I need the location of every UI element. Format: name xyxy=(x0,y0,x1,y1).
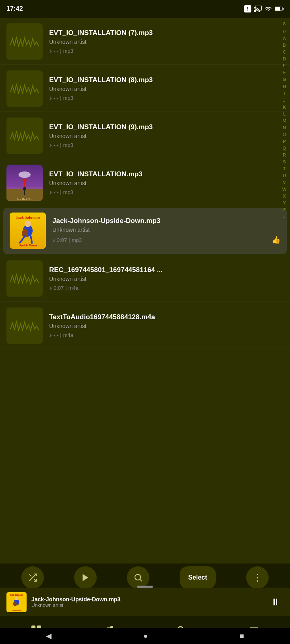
alpha-T[interactable]: T xyxy=(279,165,290,172)
song-meta: ♪ -:- | mp3 xyxy=(49,95,284,101)
list-item[interactable]: EVT_IO_INSTALLATION (7).mp3 Unknown arti… xyxy=(0,19,290,65)
alpha-L[interactable]: L xyxy=(279,111,290,118)
mini-player-info: Jack-Johnson-Upside-Down.mp3 Unknown art… xyxy=(31,596,267,608)
wifi-icon xyxy=(264,6,272,12)
song-meta: ♪ -:- | mp3 xyxy=(49,47,284,54)
svg-point-21 xyxy=(135,574,141,580)
svg-point-9 xyxy=(23,187,26,190)
jack-johnson-art: Jack Johnson Upside Down xyxy=(10,213,46,249)
alpha-Z[interactable]: Z xyxy=(279,206,290,213)
svg-marker-20 xyxy=(83,574,88,581)
mini-player-artist: Unknown artist xyxy=(31,603,267,608)
recents-button[interactable]: ■ xyxy=(240,632,244,640)
song-thumbnail xyxy=(6,118,43,154)
cast-icon xyxy=(254,6,262,12)
svg-line-22 xyxy=(140,579,142,581)
alpha-C[interactable]: C xyxy=(279,49,290,56)
more-icon: ⋮ xyxy=(253,572,262,583)
list-item[interactable]: TextToAudio1697445884128.m4a Unknown art… xyxy=(0,303,290,349)
alpha-K[interactable]: K xyxy=(279,104,290,111)
alpha-hash[interactable]: # xyxy=(279,213,290,220)
alpha-B[interactable]: B xyxy=(279,42,290,49)
back-button[interactable]: ◀ xyxy=(46,632,52,640)
pause-button[interactable]: ⏸ xyxy=(267,594,284,610)
waveform-icon xyxy=(8,315,41,337)
list-item[interactable]: EVT_IO_INSTALLATION (8).mp3 Unknown arti… xyxy=(0,66,290,112)
music-note-icon: ♪ xyxy=(49,189,52,195)
svg-rect-4 xyxy=(283,8,284,10)
list-item[interactable]: Just Me & You EVT_IO_INSTALLATION.mp3 Un… xyxy=(0,160,290,206)
song-meta: ♪ 0:07 | m4a xyxy=(49,285,284,291)
mini-player-thumbnail: Jack Johnson Upside Down xyxy=(6,592,27,612)
svg-text:Jack Johnson: Jack Johnson xyxy=(16,216,40,220)
status-time: 17:42 xyxy=(6,5,23,12)
select-label: Select xyxy=(188,574,207,581)
alpha-up-arrow[interactable]: ∧ xyxy=(279,19,290,27)
song-separator: | xyxy=(65,285,66,291)
shuffle-button[interactable] xyxy=(21,566,44,589)
svg-point-7 xyxy=(19,171,31,178)
home-button[interactable]: ● xyxy=(143,632,148,640)
song-details: Jack-Johnson-Upside-Down.mp3 Unknown art… xyxy=(52,217,280,244)
song-thumbnail: Jack Johnson Upside Down xyxy=(10,213,46,249)
music-note-icon: ♪ xyxy=(49,142,52,148)
select-button[interactable]: Select xyxy=(180,566,216,589)
alpha-Q[interactable]: Q xyxy=(279,145,290,152)
list-item[interactable]: REC_1697445801_169744581164 ... Unknown … xyxy=(0,256,290,302)
alpha-P[interactable]: P xyxy=(279,138,290,145)
alpha-V[interactable]: V xyxy=(279,179,290,186)
alpha-E[interactable]: E xyxy=(279,62,290,69)
song-duration: -:- xyxy=(54,95,58,101)
song-separator: | xyxy=(68,237,70,243)
alpha-0[interactable]: 0 xyxy=(279,28,290,35)
waveform-icon xyxy=(8,78,41,100)
alpha-R[interactable]: R xyxy=(279,152,290,159)
song-details: EVT_IO_INSTALLATION (9).mp3 Unknown arti… xyxy=(49,123,284,148)
alpha-J[interactable]: J xyxy=(279,97,290,104)
alpha-U[interactable]: U xyxy=(279,172,290,179)
alpha-D[interactable]: D xyxy=(279,56,290,62)
alpha-G[interactable]: G xyxy=(279,76,290,83)
music-note-icon: ♪ xyxy=(52,237,55,243)
alpha-A[interactable]: A xyxy=(279,35,290,42)
song-meta: ♪ -:- | mp3 xyxy=(49,142,284,148)
alpha-F[interactable]: F xyxy=(279,69,290,76)
search-icon xyxy=(133,573,143,582)
status-bar: 17:42 ! xyxy=(0,0,290,18)
alpha-S[interactable]: S xyxy=(279,159,290,165)
music-note-icon: ♪ xyxy=(49,332,52,338)
alpha-W[interactable]: W xyxy=(279,186,290,193)
alpha-H[interactable]: H xyxy=(279,83,290,90)
alpha-N[interactable]: N xyxy=(279,124,290,131)
more-options-button[interactable]: ⋮ xyxy=(246,566,269,589)
song-details: TextToAudio1697445884128.m4a Unknown art… xyxy=(49,313,284,338)
shuffle-icon xyxy=(28,573,37,582)
alpha-Y[interactable]: Y xyxy=(279,200,290,206)
song-separator: | xyxy=(60,189,61,195)
list-item[interactable]: EVT_IO_INSTALLATION (9).mp3 Unknown arti… xyxy=(0,113,290,159)
mini-player[interactable]: Jack Johnson Upside Down Jack-Johnson-Up… xyxy=(0,588,290,616)
song-details: REC_1697445801_169744581164 ... Unknown … xyxy=(49,266,284,291)
song-list: EVT_IO_INSTALLATION (7).mp3 Unknown arti… xyxy=(0,19,290,434)
list-item-active[interactable]: Jack Johnson Upside Down Jack-Johnson-Up… xyxy=(3,208,287,254)
song-artist: Unknown artist xyxy=(49,180,284,186)
song-duration: -:- xyxy=(54,48,58,54)
alpha-I[interactable]: I xyxy=(279,90,290,97)
song-title: EVT_IO_INSTALLATION (8).mp3 xyxy=(49,76,284,84)
waveform-icon xyxy=(8,125,41,147)
svg-point-26 xyxy=(15,597,19,600)
waveform-icon xyxy=(8,31,41,53)
song-title: EVT_IO_INSTALLATION (9).mp3 xyxy=(49,123,284,131)
song-thumbnail xyxy=(6,308,43,344)
song-format: mp3 xyxy=(63,95,73,101)
alpha-X[interactable]: X xyxy=(279,193,290,200)
mini-player-title: Jack-Johnson-Upside-Down.mp3 xyxy=(31,596,267,603)
play-button[interactable] xyxy=(74,566,97,589)
music-note-icon: ♪ xyxy=(49,285,52,291)
alpha-M[interactable]: M xyxy=(279,118,290,124)
system-nav-bar: ◀ ● ■ xyxy=(0,628,290,644)
status-icons: ! xyxy=(244,5,284,12)
battery-icon xyxy=(275,6,284,12)
song-thumbnail xyxy=(6,70,43,107)
alpha-O[interactable]: O xyxy=(279,131,290,138)
